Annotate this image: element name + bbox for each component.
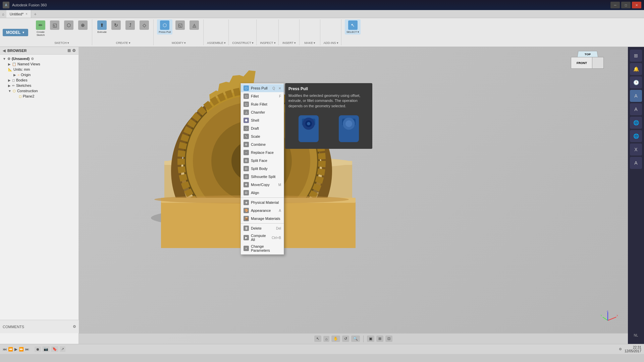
appbar-pdf-btn[interactable]: A <box>630 157 642 169</box>
close-button[interactable]: ✕ <box>632 2 641 8</box>
appbar-profile2-btn[interactable]: A <box>630 103 642 115</box>
settings-icon-btn[interactable]: ⚙ <box>619 347 622 351</box>
vp-pan-btn[interactable]: ✋ <box>331 336 340 342</box>
manage-materials-menu-item[interactable]: 📦 Manage Materials <box>241 215 284 223</box>
appbar-browser2-btn[interactable]: 🌐 <box>630 130 642 142</box>
chamfer-btn[interactable]: ◬ <box>188 19 201 35</box>
silhouette-split-menu-item[interactable]: ◎ Silhouette Split <box>241 173 284 181</box>
appbar-profile1-btn[interactable]: A <box>630 90 642 102</box>
sketch-tool4[interactable]: ⊕ <box>76 19 89 38</box>
tree-item-sketches[interactable]: ▶ ✏ Sketches <box>0 83 78 88</box>
vp-view-btn1[interactable]: ▣ <box>367 336 374 342</box>
revolve-btn[interactable]: ↻ <box>110 19 122 35</box>
appbar-notification-btn[interactable]: 🔔 <box>630 63 642 75</box>
split-body-menu-item[interactable]: ⊟ Split Body <box>241 165 284 173</box>
view-cube-right[interactable] <box>592 57 604 69</box>
move-copy-menu-item[interactable]: ✥ Move/Copy M <box>241 181 284 189</box>
appbar-time-btn[interactable]: 🕐 <box>630 76 642 88</box>
maximize-button[interactable]: □ <box>621 2 631 8</box>
comments-settings-btn[interactable]: ⚙ <box>73 324 76 329</box>
camera-btn[interactable]: 📷 <box>42 346 50 352</box>
viewport-toolbar: ↖ ⌂ ✋ ↺ 🔍 ▣ ⊞ ⊡ <box>79 333 628 344</box>
view-cube-front-label: FRONT <box>577 61 587 65</box>
press-pull-close-icon[interactable]: ✕ <box>278 86 281 90</box>
chamfer-dd-icon: ◬ <box>244 110 249 115</box>
add-tab-btn[interactable]: + <box>31 11 39 17</box>
tree-item-origin[interactable]: ▶ ○ Origin <box>0 72 78 77</box>
close-tab-btn[interactable]: × <box>25 12 28 16</box>
vp-orbit-btn[interactable]: ↺ <box>342 336 349 342</box>
plane2-icon: ◻ <box>19 95 21 98</box>
vp-view-btn2[interactable]: ⊞ <box>376 336 383 342</box>
compute-all-menu-item[interactable]: ▶ Compute All Ctrl+B <box>241 232 284 243</box>
physical-material-menu-item[interactable]: ◈ Physical Material <box>241 198 284 206</box>
shell-dd-icon: ⬢ <box>244 118 249 123</box>
untitled-tab[interactable]: Untitled* × <box>6 10 31 18</box>
tree-item-bodies[interactable]: ▶ ◻ Bodies <box>0 77 78 83</box>
export-btn[interactable]: ↗ <box>60 346 65 352</box>
appbar-excel-btn[interactable]: X <box>630 143 642 156</box>
press-pull-btn[interactable]: ⬡ Press Pull <box>157 19 172 35</box>
change-params-menu-item[interactable]: ≡ Change Parameters <box>241 243 284 254</box>
browser-settings-btn[interactable]: ⚙ <box>72 48 76 53</box>
shell-menu-item[interactable]: ⬢ Shell <box>241 116 284 124</box>
tree-item-plane2[interactable]: ◻ Plane2 <box>0 94 78 99</box>
bookmark-btn[interactable]: 🔖 <box>51 346 58 352</box>
create-buttons: ⬆ Extrude ↻ ⤴ ◇ <box>96 19 151 35</box>
scale-menu-item[interactable]: ⤡ Scale <box>241 132 284 140</box>
appbar-browser1-btn[interactable]: 🌐 <box>630 117 642 129</box>
prev-btn[interactable]: ⏮ <box>3 347 7 352</box>
combine-menu-item[interactable]: ⊕ Combine <box>241 140 284 148</box>
view-cube-front[interactable]: FRONT <box>571 57 593 69</box>
record-btn[interactable]: ⏺ <box>35 347 41 352</box>
vp-zoom-btn[interactable]: 🔍 <box>351 336 360 342</box>
replace-face-menu-item[interactable]: ↔ Replace Face <box>241 148 284 157</box>
model-dropdown[interactable]: MODEL ▼ <box>3 29 28 36</box>
press-pull-menu-item[interactable]: ⬡ Press Pull Q ✕ <box>241 84 284 92</box>
sketch-tool2[interactable]: ◱ <box>48 19 61 38</box>
split-face-menu-item[interactable]: ⊞ Split Face <box>241 157 284 165</box>
browser-toggle[interactable]: ◀ <box>3 49 5 53</box>
press-pull-label: Press Pull <box>159 31 171 34</box>
combine-dd-label: Combine <box>251 142 266 146</box>
vp-cursor-btn[interactable]: ↖ <box>314 336 321 342</box>
home-btn[interactable]: ⌂ <box>0 12 6 16</box>
vp-view-btn3[interactable]: ⊡ <box>385 336 392 342</box>
appearance-menu-item[interactable]: 🎨 Appearance A <box>241 206 284 215</box>
browser-expand-btn[interactable]: ⊞ <box>67 48 71 53</box>
delete-menu-item[interactable]: 🗑 Delete Del <box>241 224 284 232</box>
create-sketch-btn[interactable]: ✏ CreateSketch <box>34 19 47 38</box>
select-label: SELECT ▾ <box>346 31 359 34</box>
tree-item-construction[interactable]: ▼ ⬡ Construction <box>0 88 78 94</box>
chamfer-menu-item[interactable]: ◬ Chamfer <box>241 108 284 116</box>
viewport[interactable]: ⬡ Press Pull Q ✕ ◱ Fillet F ◱ Rule Fille… <box>79 47 628 344</box>
loft-btn[interactable]: ◇ <box>138 19 151 35</box>
sweep-btn[interactable]: ⤴ <box>124 19 137 35</box>
back-btn[interactable]: ⏪ <box>8 347 13 352</box>
sketch-tool3[interactable]: ⬡ <box>62 19 75 38</box>
appbar-windows-btn[interactable]: ⊞ <box>630 50 642 62</box>
draft-dd-label: Draft <box>251 126 259 130</box>
forward-btn[interactable]: ⏩ <box>19 347 24 352</box>
tree-item-named-views[interactable]: ▶ 📋 Named Views <box>0 61 78 67</box>
origin-expand-icon: ▶ <box>13 73 16 77</box>
play-btn[interactable]: ▶ <box>14 347 17 352</box>
select-btn[interactable]: ↖ SELECT ▾ <box>345 19 361 35</box>
align-menu-item[interactable]: ⊟ Align <box>241 189 284 197</box>
next-btn[interactable]: ⏭ <box>25 347 29 352</box>
tab-bar: ⌂ Untitled* × + <box>0 10 644 18</box>
fillet-menu-item[interactable]: ◱ Fillet F <box>241 92 284 100</box>
minimize-button[interactable]: ─ <box>610 2 620 8</box>
chamfer-icon: ◬ <box>190 20 199 30</box>
tree-item-units[interactable]: 📐 Units: mm <box>0 67 78 72</box>
extrude-btn[interactable]: ⬆ Extrude <box>96 19 108 35</box>
construct-label: CONSTRUCT ▾ <box>232 41 254 45</box>
fillet-btn[interactable]: ◱ <box>174 19 186 35</box>
view-cube[interactable]: TOP FRONT <box>571 50 604 77</box>
vp-home-btn[interactable]: ⌂ <box>323 336 330 342</box>
tree-item-root[interactable]: ▼ ⚙ (Unsaved) ⚙ <box>0 56 78 61</box>
rule-fillet-menu-item[interactable]: ◱ Rule Fillet <box>241 100 284 108</box>
draft-menu-item[interactable]: ◇ Draft <box>241 124 284 132</box>
browser-tree: ▼ ⚙ (Unsaved) ⚙ ▶ 📋 Named Views 📐 Units:… <box>0 55 78 344</box>
status-bar: ⏮ ⏪ ▶ ⏩ ⏭ ⏺ 📷 🔖 ↗ ⚙ 22:31 12/05/2017 <box>0 344 644 354</box>
